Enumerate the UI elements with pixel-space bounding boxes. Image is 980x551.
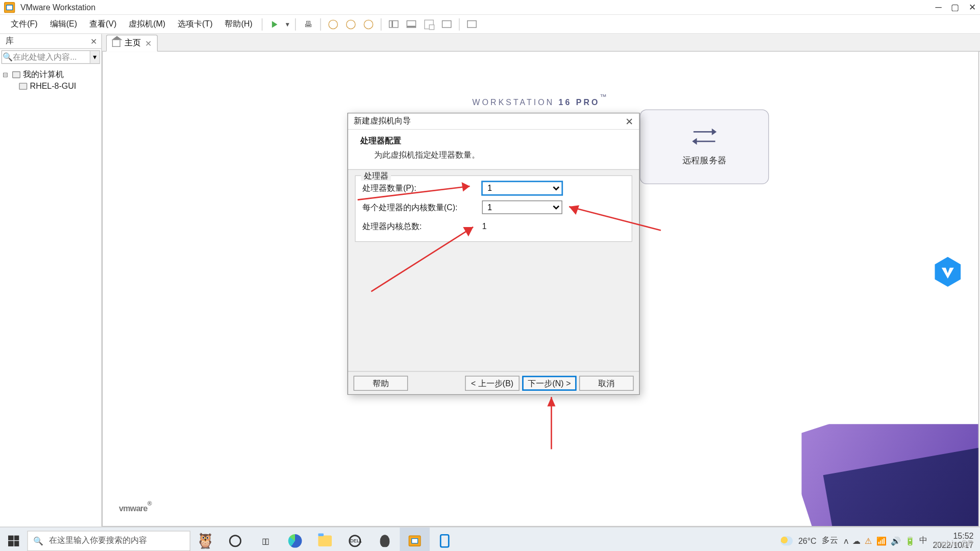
view-fullscreen-icon[interactable] (421, 16, 437, 32)
view-single-icon[interactable] (403, 16, 420, 32)
next-button[interactable]: 下一步(N) > (522, 375, 577, 390)
search-icon: 🔍 (2, 53, 13, 62)
taskview-icon: ▯▯ (262, 536, 268, 545)
total-cores-value: 1 (482, 221, 486, 231)
taskbar-edge[interactable] (280, 527, 310, 551)
window-titlebar: VMware Workstation ─ ▢ ✕ (0, 0, 980, 15)
sidebar-close-icon[interactable]: ✕ (89, 36, 99, 46)
wizard-close-icon[interactable]: ✕ (625, 116, 633, 127)
menu-edit[interactable]: 编辑(E) (44, 16, 83, 32)
content-area: 主页 ✕ WORKSTATION 16 PRO™ 远程服务器 vmware® (102, 34, 980, 527)
taskbar-dell[interactable]: DELL (340, 527, 370, 551)
menu-help[interactable]: 帮助(H) (219, 16, 258, 32)
library-tree: ⊟ 我的计算机 RHEL-8-GUI (0, 65, 101, 94)
device-icon (440, 534, 450, 547)
maximize-button[interactable]: ▢ (951, 2, 959, 12)
view-split-icon[interactable] (386, 16, 402, 32)
owl-icon: 🦉 (196, 532, 214, 549)
tree-item-label: RHEL-8-GUI (30, 82, 77, 91)
edge-icon (288, 534, 302, 547)
printer-icon[interactable]: 🖶 (300, 16, 316, 32)
tab-close-icon[interactable]: ✕ (145, 38, 152, 48)
vmware-icon (409, 535, 421, 546)
separator (381, 18, 381, 30)
taskbar-app-blue[interactable] (430, 527, 460, 551)
search-dropdown-icon[interactable]: ▼ (90, 51, 100, 63)
volume-icon[interactable]: 🔊 (891, 536, 901, 545)
snapshot-icon[interactable] (325, 16, 341, 32)
play-dropdown-icon[interactable]: ▼ (284, 21, 291, 28)
sidebar-title: 库 (3, 35, 89, 47)
separator (262, 18, 262, 30)
svg-marker-8 (935, 257, 961, 287)
home-icon (112, 40, 120, 46)
menu-file[interactable]: 文件(F) (6, 16, 43, 32)
weather-icon (780, 536, 793, 545)
tree-item-rhel[interactable]: RHEL-8-GUI (2, 81, 100, 92)
play-icon[interactable] (267, 16, 283, 32)
taskbar-app-owl[interactable]: 🦉 (190, 527, 220, 551)
processor-count-select[interactable]: 1 (482, 182, 562, 195)
tab-home-label: 主页 (125, 37, 141, 49)
wizard-footer: 帮助 < 上一步(B) 下一步(N) > 取消 (348, 371, 639, 394)
taskbar-search-placeholder: 在这里输入你要搜索的内容 (49, 535, 147, 546)
processor-group: 处理器 处理器数量(P): 1 每个处理器的内核数量(C): 1 (355, 176, 632, 242)
security-icon[interactable]: ⚠ (865, 536, 872, 545)
brand-title: WORKSTATION 16 PRO™ (472, 89, 608, 110)
snapshot-revert-icon[interactable] (343, 16, 359, 32)
ime-indicator[interactable]: 中 (919, 535, 927, 546)
menu-view[interactable]: 查看(V) (84, 16, 122, 32)
cancel-button[interactable]: 取消 (579, 375, 634, 390)
library-sidebar: 库 ✕ 🔍 在此处键入内容... ▼ ⊟ 我的计算机 RHEL-8-GUI (0, 34, 102, 527)
search-icon: 🔍 (33, 536, 43, 545)
system-tray[interactable]: ʌ ☁ ⚠ 📶 🔊 🔋 中 (844, 535, 927, 546)
view-unity-icon[interactable] (439, 16, 455, 32)
taskbar-search[interactable]: 🔍 在这里输入你要搜索的内容 (27, 531, 190, 551)
start-button[interactable] (0, 527, 27, 551)
menu-tabs[interactable]: 选项卡(T) (172, 16, 218, 32)
connect-remote-card[interactable]: 远程服务器 (640, 109, 769, 184)
decorative-corner (801, 424, 978, 526)
connect-remote-label: 远程服务器 (682, 154, 727, 166)
help-button[interactable]: 帮助 (354, 375, 408, 390)
chevron-up-icon[interactable]: ʌ (844, 536, 848, 545)
close-button[interactable]: ✕ (969, 2, 976, 12)
snapshot-manager-icon[interactable] (360, 16, 377, 32)
network-icon[interactable]: 📶 (876, 536, 887, 545)
expand-icon[interactable]: ⊟ (3, 71, 9, 79)
connect-icon (692, 127, 717, 146)
taskbar-vmware[interactable] (400, 527, 430, 551)
cores-select[interactable]: 1 (482, 201, 562, 214)
taskbar-taskview[interactable]: ▯▯ (250, 527, 280, 551)
new-vm-wizard-dialog: 新建虚拟机向导 ✕ 处理器配置 为此虚拟机指定处理器数量。 处理器 处理器数量(… (348, 113, 640, 395)
onedrive-icon[interactable]: ☁ (852, 536, 861, 545)
search-placeholder: 在此处键入内容... (13, 52, 90, 63)
weather-temp[interactable]: 26°C (798, 536, 817, 545)
taskbar-explorer[interactable] (310, 527, 340, 551)
wizard-title: 新建虚拟机向导 (354, 115, 626, 127)
back-button[interactable]: < 上一步(B) (465, 375, 520, 390)
weather-text[interactable]: 多云 (822, 535, 838, 546)
separator (296, 18, 296, 30)
sidebar-search[interactable]: 🔍 在此处键入内容... ▼ (2, 51, 100, 64)
computer-icon (12, 71, 20, 78)
menu-vm[interactable]: 虚拟机(M) (124, 16, 171, 32)
row-processor-count: 处理器数量(P): 1 (362, 179, 625, 197)
battery-icon[interactable]: 🔋 (905, 536, 915, 545)
group-label: 处理器 (361, 171, 391, 181)
minimize-button[interactable]: ─ (936, 2, 942, 12)
windows-logo-icon (8, 535, 19, 546)
taskbar-alienware[interactable] (370, 527, 400, 551)
alien-icon (380, 535, 390, 547)
tree-root-label: 我的计算机 (23, 69, 64, 81)
row-cores-per-processor: 每个处理器的内核数量(C): 1 (362, 198, 625, 217)
taskbar-cortana[interactable] (220, 527, 251, 551)
view-thumbnail-icon[interactable] (464, 16, 480, 32)
processor-count-label: 处理器数量(P): (362, 183, 482, 194)
floating-badge-icon[interactable] (934, 256, 962, 288)
watermark: ambie QP (935, 539, 973, 548)
tabstrip: 主页 ✕ (102, 34, 980, 52)
tab-home[interactable]: 主页 ✕ (106, 35, 158, 52)
tree-root-my-computer[interactable]: ⊟ 我的计算机 (2, 68, 100, 81)
windows-taskbar: 🔍 在这里输入你要搜索的内容 🦉 ▯▯ DELL 26°C 多云 ʌ ☁ ⚠ 📶… (0, 527, 980, 551)
